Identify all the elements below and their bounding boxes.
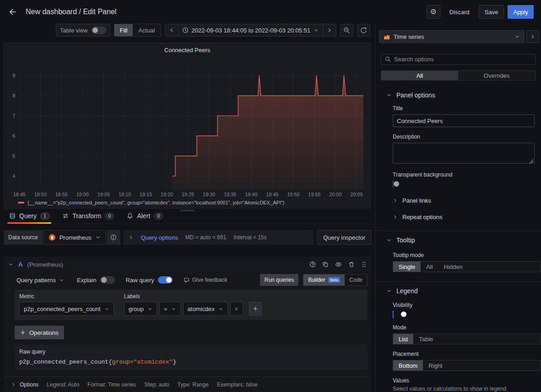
- chevron-down-icon: [104, 306, 109, 311]
- label-value-value: atomicdex: [188, 306, 215, 312]
- duplicate-icon[interactable]: [322, 261, 329, 268]
- label-name-select[interactable]: group: [124, 302, 157, 316]
- label-operator-select[interactable]: =: [159, 302, 181, 316]
- time-forward-button[interactable]: [323, 24, 336, 37]
- query-inspector-button[interactable]: Query inspector: [317, 230, 371, 245]
- svg-text:19:40: 19:40: [245, 192, 257, 197]
- chevron-left-icon: [169, 27, 174, 33]
- builder-mode-option[interactable]: Builder Beta: [303, 274, 345, 285]
- legend-mode-label: Mode: [375, 324, 541, 331]
- chart-legend[interactable]: {__name__="p2p_connected_peers_count", g…: [4, 200, 370, 208]
- query-options-bar[interactable]: Query options MD = auto = 891 Interval =…: [123, 230, 314, 245]
- datasource-info-button[interactable]: [107, 230, 120, 245]
- tab-query[interactable]: Query 1: [4, 212, 55, 224]
- pane-resize-handle[interactable]: [0, 209, 375, 212]
- eye-icon[interactable]: [335, 261, 342, 268]
- remove-label-button[interactable]: [230, 302, 243, 316]
- zoom-out-button[interactable]: [340, 24, 353, 37]
- visualization-picker[interactable]: Time series: [379, 30, 525, 43]
- chevron-down-icon: [514, 34, 520, 39]
- legend-label: {__name__="p2p_connected_peers_count", g…: [27, 200, 284, 205]
- tab-transform[interactable]: Transform 0: [57, 212, 119, 224]
- legend-visibility-toggle[interactable]: [393, 311, 394, 318]
- refresh-button[interactable]: [357, 24, 370, 37]
- max-data-points-text: MD = auto = 891: [185, 234, 226, 241]
- timeseries-chart[interactable]: 18:4518:5018:5519:0019:0519:1019:1519:20…: [4, 56, 370, 200]
- chevron-down-icon: [314, 27, 319, 33]
- repeat-options-section[interactable]: Repeat options: [375, 209, 541, 224]
- code-mode-option[interactable]: Code: [345, 274, 367, 285]
- labels-label: Labels: [124, 293, 262, 300]
- tab-all[interactable]: All: [381, 71, 458, 80]
- trash-icon[interactable]: [348, 261, 355, 268]
- tab-overrides[interactable]: Overrides: [458, 71, 535, 80]
- give-feedback-label: Give feedback: [192, 277, 227, 283]
- label-value-select[interactable]: atomicdex: [183, 302, 228, 316]
- run-queries-button[interactable]: Run queries: [260, 274, 299, 286]
- metric-value: p2p_connected_peers_count: [24, 306, 101, 312]
- time-range-button[interactable]: 2022-09-03 18:44:05 to 2022-09-03 20:05:…: [179, 24, 324, 37]
- repeat-options-label: Repeat options: [402, 214, 442, 220]
- legend-mode-group: List Table: [393, 333, 541, 344]
- chevron-down-icon[interactable]: [8, 262, 14, 267]
- raw-query-toggle[interactable]: [158, 276, 173, 284]
- legend-placement-group: Bottom Right: [393, 360, 541, 371]
- time-back-button[interactable]: [165, 24, 179, 37]
- options-search-input[interactable]: [394, 56, 531, 63]
- legend-section[interactable]: Legend: [375, 287, 541, 295]
- legend-mode-list[interactable]: List: [393, 334, 413, 344]
- legend-placement-bottom[interactable]: Bottom: [393, 360, 423, 371]
- give-feedback-button[interactable]: Give feedback: [184, 277, 227, 283]
- sidebar-collapse-button[interactable]: [526, 30, 539, 43]
- panel-settings-button[interactable]: ⚙: [427, 5, 440, 19]
- help-icon[interactable]: [309, 261, 316, 268]
- chevron-right-icon: [11, 382, 16, 387]
- editor-tabs: Query 1 Transform 0 Alert 0: [0, 212, 375, 224]
- chevron-down-icon: [386, 92, 392, 98]
- add-label-button[interactable]: [249, 302, 262, 316]
- metric-select[interactable]: p2p_connected_peers_count: [19, 302, 114, 316]
- chevron-down-icon: [59, 278, 64, 283]
- options-collapse[interactable]: Options: [11, 381, 38, 388]
- panel-options-section[interactable]: Panel options: [375, 91, 541, 99]
- panel-description-textarea[interactable]: [393, 143, 535, 164]
- save-button[interactable]: Save: [479, 5, 504, 19]
- chevron-right-icon: [129, 235, 134, 240]
- view-mode-fill[interactable]: Fill: [114, 24, 133, 36]
- metric-field: Metric p2p_connected_peers_count: [19, 293, 114, 316]
- svg-text:19:55: 19:55: [308, 192, 320, 197]
- back-button[interactable]: [5, 5, 20, 19]
- query-header-row[interactable]: A (Prometheus): [4, 257, 371, 272]
- chevron-right-icon: [393, 215, 398, 220]
- label-name-value: group: [129, 306, 144, 312]
- drag-handle-icon[interactable]: [361, 261, 367, 268]
- table-view-toggle[interactable]: [92, 27, 106, 34]
- tooltip-hidden-option[interactable]: Hidden: [438, 262, 468, 272]
- legend-placement-right[interactable]: Right: [423, 360, 448, 371]
- visibility-label: Visibility: [375, 302, 541, 308]
- editor-mode-group: Builder Beta Code: [303, 274, 368, 286]
- tooltip-all-option[interactable]: All: [421, 262, 438, 272]
- tooltip-section[interactable]: Tooltip: [375, 236, 541, 244]
- view-mode-actual[interactable]: Actual: [133, 24, 160, 36]
- transparent-bg-toggle[interactable]: [393, 180, 394, 188]
- datasource-picker[interactable]: Prometheus: [43, 230, 106, 245]
- legend-mode-table[interactable]: Table: [413, 334, 438, 344]
- view-mode-group: Fill Actual: [114, 24, 161, 37]
- textarea-resize-handle[interactable]: [529, 159, 533, 163]
- svg-text:19:20: 19:20: [161, 192, 173, 197]
- apply-button[interactable]: Apply: [508, 5, 534, 19]
- zoom-out-icon: [343, 27, 350, 34]
- panel-title-input[interactable]: [393, 114, 535, 127]
- panel-links-section[interactable]: Panel links: [375, 193, 541, 208]
- svg-text:19:00: 19:00: [76, 192, 89, 197]
- svg-text:19:10: 19:10: [119, 192, 131, 197]
- explain-toggle[interactable]: [100, 276, 115, 284]
- chevron-down-icon: [386, 237, 392, 243]
- add-operation-button[interactable]: Operations: [15, 326, 64, 339]
- tooltip-single-option[interactable]: Single: [393, 262, 421, 272]
- raw-query-eq-token: =: [130, 359, 134, 365]
- query-patterns-button[interactable]: Query patterns: [15, 277, 66, 284]
- discard-button[interactable]: Discard: [444, 5, 475, 19]
- tab-alert[interactable]: Alert 0: [121, 212, 168, 224]
